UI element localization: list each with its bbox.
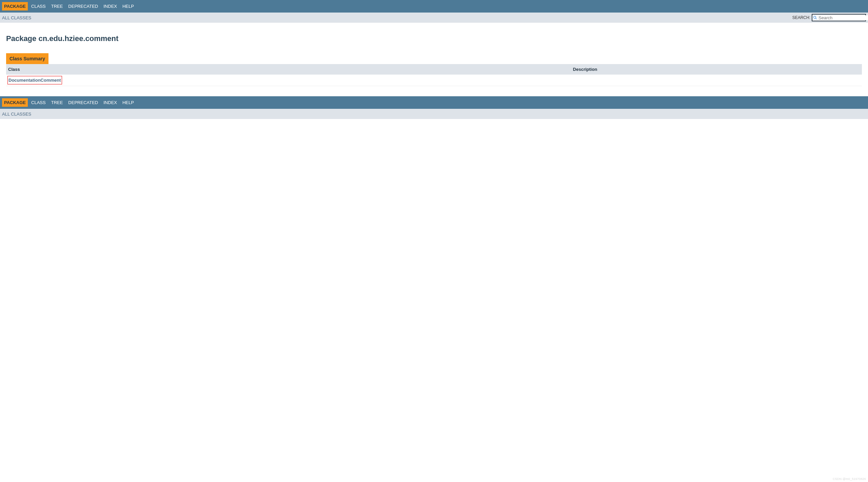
sub-nav-left: ALL CLASSES	[2, 15, 31, 20]
search-input[interactable]	[817, 15, 868, 20]
nav-item-index-bottom[interactable]: INDEX	[101, 98, 119, 107]
nav-link-class-bottom[interactable]: CLASS	[31, 100, 46, 105]
nav-link-deprecated-bottom[interactable]: DEPRECATED	[68, 100, 98, 105]
sub-nav-bottom-left: ALL CLASSES	[2, 112, 31, 117]
nav-link-tree-bottom[interactable]: TREE	[51, 100, 63, 105]
search-icon	[813, 15, 817, 20]
class-summary-block: Class Summary Class Description Document…	[6, 53, 862, 86]
svg-point-0	[814, 16, 816, 19]
search-label: SEARCH:	[792, 15, 810, 20]
nav-item-index[interactable]: INDEX	[101, 2, 119, 11]
nav-link-tree[interactable]: TREE	[51, 4, 63, 9]
nav-item-deprecated-bottom[interactable]: DEPRECATED	[66, 98, 100, 107]
bottom-nav-bar: PACKAGE CLASS TREE DEPRECATED INDEX HELP	[0, 96, 868, 109]
nav-link-deprecated[interactable]: DEPRECATED	[68, 4, 98, 9]
nav-list-bottom: PACKAGE CLASS TREE DEPRECATED INDEX HELP	[0, 98, 137, 107]
page-title: Package cn.edu.hziee.comment	[6, 34, 862, 43]
top-nav-bar: PACKAGE CLASS TREE DEPRECATED INDEX HELP	[0, 0, 868, 13]
nav-link-help[interactable]: HELP	[122, 4, 134, 9]
nav-item-deprecated[interactable]: DEPRECATED	[66, 2, 100, 11]
sub-nav-top: ALL CLASSES SEARCH:	[0, 13, 868, 23]
cell-class: DocumentationComment	[6, 75, 571, 86]
nav-item-help[interactable]: HELP	[120, 2, 136, 11]
search-box	[812, 14, 866, 21]
nav-item-class-bottom[interactable]: CLASS	[29, 98, 48, 107]
nav-link-index-bottom[interactable]: INDEX	[103, 100, 117, 105]
nav-item-package[interactable]: PACKAGE	[2, 2, 28, 11]
cell-description	[571, 75, 862, 86]
nav-link-help-bottom[interactable]: HELP	[122, 100, 134, 105]
highlight-annotation: DocumentationComment	[7, 76, 62, 84]
search-container: SEARCH:	[792, 14, 866, 21]
class-link-documentationcomment[interactable]: DocumentationComment	[8, 78, 61, 83]
svg-line-1	[816, 18, 817, 19]
class-summary-table: Class Description DocumentationComment	[6, 64, 862, 86]
content-area: Package cn.edu.hziee.comment Class Summa…	[0, 23, 868, 96]
nav-item-tree[interactable]: TREE	[49, 2, 65, 11]
nav-item-help-bottom[interactable]: HELP	[120, 98, 136, 107]
table-header-row: Class Description	[6, 64, 862, 75]
nav-link-package-bottom[interactable]: PACKAGE	[4, 100, 26, 105]
nav-item-package-bottom[interactable]: PACKAGE	[2, 98, 28, 107]
class-summary-caption: Class Summary	[6, 53, 48, 64]
nav-item-class[interactable]: CLASS	[29, 2, 48, 11]
nav-link-package[interactable]: PACKAGE	[4, 4, 26, 9]
table-row: DocumentationComment	[6, 75, 862, 86]
col-header-description: Description	[571, 64, 862, 75]
nav-link-index[interactable]: INDEX	[103, 4, 117, 9]
nav-link-class[interactable]: CLASS	[31, 4, 46, 9]
all-classes-link[interactable]: ALL CLASSES	[2, 15, 31, 20]
nav-item-tree-bottom[interactable]: TREE	[49, 98, 65, 107]
all-classes-link-bottom[interactable]: ALL CLASSES	[2, 112, 31, 117]
col-header-class: Class	[6, 64, 571, 75]
sub-nav-bottom: ALL CLASSES	[0, 109, 868, 119]
nav-list-top: PACKAGE CLASS TREE DEPRECATED INDEX HELP	[0, 2, 137, 11]
